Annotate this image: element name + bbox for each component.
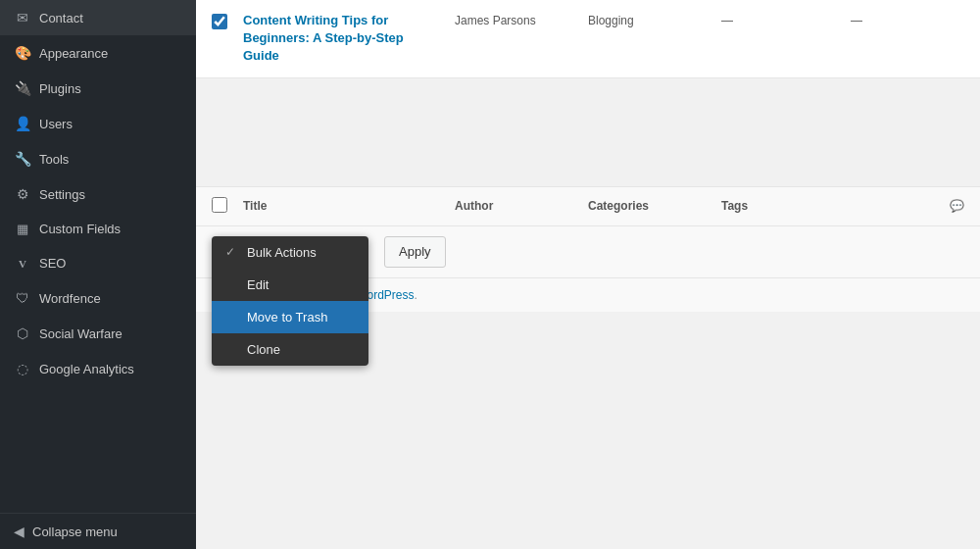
post-title-col: Content Writing Tips for Beginners: A St… (243, 12, 439, 66)
sidebar-item-label: Appearance (39, 46, 108, 61)
footer-suffix: . (415, 288, 417, 302)
sidebar: ✉ Contact 🎨 Appearance 🔌 Plugins 👤 Users… (0, 0, 196, 549)
collapse-label: Collapse menu (32, 524, 118, 539)
posts-table: Content Writing Tips for Beginners: A St… (196, 0, 980, 78)
column-tags: Tags (721, 199, 819, 213)
google-analytics-icon: ◌ (14, 361, 31, 376)
contact-icon: ✉ (14, 10, 31, 25)
settings-icon: ⚙ (14, 186, 31, 202)
sidebar-item-label: Google Analytics (39, 362, 134, 376)
post-category: Blogging (588, 14, 634, 27)
wordfence-icon: 🛡 (14, 290, 31, 306)
sidebar-item-seo[interactable]: V SEO (0, 246, 196, 280)
sidebar-item-plugins[interactable]: 🔌 Plugins (0, 71, 196, 106)
sidebar-item-contact[interactable]: ✉ Contact (0, 0, 196, 35)
column-author: Author (455, 199, 572, 213)
dropdown-item-label: Move to Trash (247, 310, 327, 324)
users-icon: 👤 (14, 116, 31, 131)
sidebar-item-label: Tools (39, 152, 69, 167)
sidebar-item-label: Settings (39, 187, 85, 202)
collapse-icon: ◀ (14, 524, 24, 539)
sidebar-item-label: Contact (39, 11, 83, 25)
column-title: Title (243, 199, 439, 213)
row-checkbox[interactable] (212, 14, 227, 29)
row-checkbox-col (212, 12, 227, 32)
sidebar-item-label: Wordfence (39, 291, 101, 306)
comment-icon: 💬 (950, 199, 964, 213)
dropdown-item-bulk-actions[interactable]: ✓ Bulk Actions (212, 236, 368, 269)
sidebar-item-social-warfare[interactable]: ⬡ Social Warfare (0, 316, 196, 351)
post-author-col: James Parsons (455, 12, 572, 27)
post-tags-col: — (721, 12, 835, 27)
empty-area (196, 78, 980, 186)
social-warfare-icon: ⬡ (14, 325, 31, 341)
sidebar-item-settings[interactable]: ⚙ Settings (0, 176, 196, 212)
post-author: James Parsons (455, 14, 536, 27)
bulk-actions-dropdown: ✓ Bulk Actions Edit Move to Trash Clone (212, 236, 368, 366)
check-icon: ✓ (225, 245, 239, 259)
sidebar-item-custom-fields[interactable]: ▦ Custom Fields (0, 212, 196, 246)
custom-fields-icon: ▦ (14, 222, 31, 236)
sidebar-item-label: Users (39, 117, 73, 131)
dropdown-item-move-to-trash[interactable]: Move to Trash (212, 301, 368, 333)
table-header-bottom: Title Author Categories Tags 💬 (196, 186, 980, 226)
sidebar-item-label: Social Warfare (39, 326, 122, 341)
dropdown-item-clone[interactable]: Clone (212, 333, 368, 366)
column-categories: Categories (588, 199, 706, 213)
post-extra-col: — (851, 12, 964, 27)
header-checkbox-col (212, 197, 227, 216)
dropdown-item-edit[interactable]: Edit (212, 269, 368, 301)
post-tags: — (721, 14, 733, 27)
table-row: Content Writing Tips for Beginners: A St… (196, 0, 980, 78)
dropdown-item-label: Clone (247, 342, 280, 357)
sidebar-item-label: Custom Fields (39, 222, 121, 236)
header-checkbox[interactable] (212, 197, 227, 213)
collapse-menu[interactable]: ◀ Collapse menu (0, 513, 196, 549)
sidebar-item-wordfence[interactable]: 🛡 Wordfence (0, 280, 196, 316)
tools-icon: 🔧 (14, 151, 31, 167)
post-extra: — (851, 14, 862, 27)
apply-button[interactable]: Apply (384, 236, 446, 268)
main-content: Content Writing Tips for Beginners: A St… (196, 0, 980, 549)
sidebar-item-google-analytics[interactable]: ◌ Google Analytics (0, 351, 196, 386)
post-category-col: Blogging (588, 12, 706, 27)
dropdown-item-label: Edit (247, 277, 269, 292)
post-title-link[interactable]: Content Writing Tips for Beginners: A St… (243, 13, 404, 63)
sidebar-item-label: SEO (39, 256, 66, 271)
plugins-icon: 🔌 (14, 80, 31, 96)
sidebar-item-tools[interactable]: 🔧 Tools (0, 141, 196, 176)
sidebar-item-label: Plugins (39, 81, 81, 96)
bulk-actions-row: ✓ Bulk Actions Edit Move to Trash Clone … (196, 226, 980, 277)
appearance-icon: 🎨 (14, 45, 31, 61)
sidebar-item-appearance[interactable]: 🎨 Appearance (0, 35, 196, 71)
dropdown-item-label: Bulk Actions (247, 245, 317, 260)
seo-icon: V (14, 258, 31, 270)
sidebar-item-users[interactable]: 👤 Users (0, 106, 196, 141)
column-comment: 💬 (835, 199, 964, 213)
